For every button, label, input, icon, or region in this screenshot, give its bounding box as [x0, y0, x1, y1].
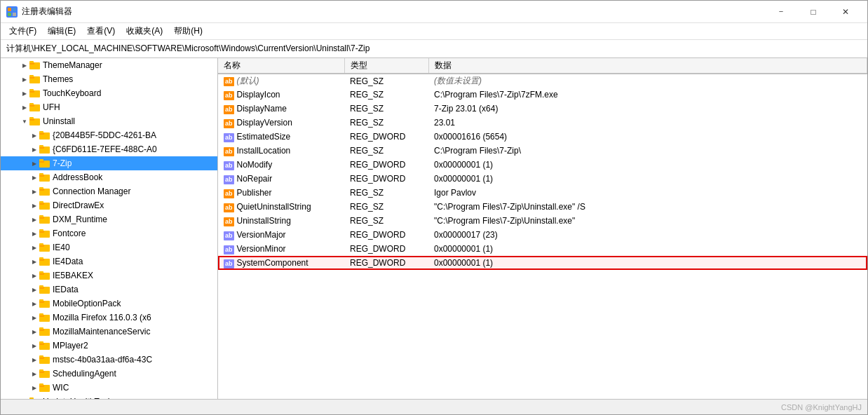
expand-arrow-themes[interactable]: ▶	[20, 75, 29, 83]
table-row[interactable]: abEstimatedSizeREG_DWORD0x00001616 (5654…	[218, 130, 867, 144]
cell-data-1: C:\Program Files\7-Zip\7zFM.exe	[428, 88, 867, 102]
menu-item-f[interactable]: 文件(F)	[4, 24, 42, 39]
col-header-data[interactable]: 数据	[428, 58, 867, 74]
tree-item-schedulingagent[interactable]: ▶ SchedulingAgent	[1, 367, 217, 381]
expand-arrow-dxmruntime[interactable]: ▶	[30, 215, 39, 224]
table-row[interactable]: abVersionMajorREG_DWORD0x00000017 (23)	[218, 228, 867, 242]
cell-data-6: 0x00000001 (1)	[428, 158, 867, 172]
expand-arrow-addressbook[interactable]: ▶	[30, 173, 39, 182]
expand-arrow-ie5bakex[interactable]: ▶	[30, 271, 39, 280]
expand-arrow-ufw[interactable]: ▶	[20, 103, 29, 111]
menu-item-a[interactable]: 收藏夹(A)	[121, 24, 168, 39]
tree-item-ie40[interactable]: ▶ IE40	[1, 240, 217, 254]
col-header-type[interactable]: 类型	[344, 58, 428, 74]
tree-item-addressbook[interactable]: ▶ AddressBook	[1, 170, 217, 184]
expand-arrow-mozillaff[interactable]: ▶	[30, 313, 39, 322]
expand-arrow-schedulingagent[interactable]: ▶	[30, 369, 39, 378]
cell-name-text-13: SystemComponent	[237, 258, 308, 268]
menu-item-e[interactable]: 编辑(E)	[42, 24, 81, 39]
tree-item-7zip[interactable]: ▶ 7-Zip	[1, 156, 217, 170]
address-text: 计算机\HKEY_LOCAL_MACHINE\SOFTWARE\Microsof…	[6, 43, 369, 55]
tree-label-touchkeyboard: TouchKeyboard	[43, 88, 101, 98]
tree-label-directdrawex: DirectDrawEx	[53, 200, 104, 210]
table-row[interactable]: abSystemComponentREG_DWORD0x00000001 (1)	[218, 256, 867, 270]
tree-item-mstsc[interactable]: ▶ mstsc-4b0a31aa-df6a-43C	[1, 353, 217, 367]
tree-item-mozillamaint[interactable]: ▶ MozillaMaintenanceServic	[1, 325, 217, 339]
menu-item-v[interactable]: 查看(V)	[81, 24, 121, 39]
tree-item-mobileoptionpack[interactable]: ▶ MobileOptionPack	[1, 297, 217, 311]
expand-arrow-iedata[interactable]: ▶	[30, 285, 39, 294]
close-button[interactable]: ✕	[829, 1, 862, 23]
tree-item-iedata[interactable]: ▶ IEData	[1, 283, 217, 297]
address-bar: 计算机\HKEY_LOCAL_MACHINE\SOFTWARE\Microsof…	[1, 40, 867, 58]
svg-rect-66	[39, 341, 43, 343]
expand-arrow-fontcore[interactable]: ▶	[30, 229, 39, 238]
expand-arrow-wic[interactable]: ▶	[30, 383, 39, 392]
table-row[interactable]: abDisplayVersionREG_SZ23.01	[218, 116, 867, 130]
tree-item-uninstall[interactable]: ▼ Uninstall	[1, 114, 217, 128]
cell-type-3: REG_SZ	[344, 116, 428, 130]
tree-item-mozillaff[interactable]: ▶ Mozilla Firefox 116.0.3 (x6	[1, 311, 217, 325]
tree-item-ie5bakex[interactable]: ▶ IE5BAKEX	[1, 268, 217, 283]
cell-name-text-11: VersionMajor	[237, 230, 286, 240]
tree-item-guid2[interactable]: ▶ {C6FD611E-7EFE-488C-A0	[1, 142, 217, 156]
expand-arrow-guid2[interactable]: ▶	[30, 145, 39, 154]
expand-arrow-mplayer2[interactable]: ▶	[30, 341, 39, 350]
registry-panel: 名称 类型 数据 ab(默认)REG_SZ(数值未设置)abDisplayIco…	[218, 58, 867, 399]
cell-data-7: 0x00000001 (1)	[428, 172, 867, 186]
svg-rect-6	[29, 61, 34, 63]
tree-item-mplayer2[interactable]: ▶ MPlayer2	[1, 339, 217, 353]
tree-label-mozillamaint: MozillaMaintenanceServic	[53, 327, 150, 336]
tree-item-touchkeyboard[interactable]: ▶ TouchKeyboard	[1, 86, 217, 100]
table-row[interactable]: abPublisherREG_SZIgor Pavlov	[218, 186, 867, 200]
tree-item-dxmruntime[interactable]: ▶ DXM_Runtime	[1, 212, 217, 226]
minimize-button[interactable]: －	[765, 1, 797, 23]
expand-arrow-uninstall[interactable]: ▼	[20, 117, 29, 125]
tree-label-mplayer2: MPlayer2	[53, 341, 88, 351]
table-row[interactable]: abDisplayIconREG_SZC:\Program Files\7-Zi…	[218, 88, 867, 102]
table-row[interactable]: abNoRepairREG_DWORD0x00000001 (1)	[218, 172, 867, 186]
folder-icon-uninstall	[29, 116, 41, 127]
expand-arrow-touchkeyboard[interactable]: ▶	[20, 89, 29, 97]
tree-item-wic[interactable]: ▶ WIC	[1, 381, 217, 395]
tree-item-directdrawex[interactable]: ▶ DirectDrawEx	[1, 198, 217, 212]
expand-arrow-7zip[interactable]: ▶	[30, 159, 39, 168]
expand-arrow-mstsc[interactable]: ▶	[30, 355, 39, 364]
tree-item-connmgr[interactable]: ▶ Connection Manager	[1, 184, 217, 198]
expand-arrow-mozillamaint[interactable]: ▶	[30, 327, 39, 336]
maximize-button[interactable]: □	[797, 1, 829, 23]
expand-arrow-ie40[interactable]: ▶	[30, 243, 39, 252]
table-row[interactable]: abUninstallStringREG_SZ"C:\Program Files…	[218, 214, 867, 228]
cell-name-text-6: NoModify	[237, 160, 273, 170]
tree-item-thememanager[interactable]: ▶ ThemeManager	[1, 58, 217, 72]
tree-label-mstsc: mstsc-4b0a31aa-df6a-43C	[53, 355, 152, 365]
table-row[interactable]: abDisplayNameREG_SZ7-Zip 23.01 (x64)	[218, 102, 867, 116]
tree-item-themes[interactable]: ▶ Themes	[1, 72, 217, 86]
table-row[interactable]: ab(默认)REG_SZ(数值未设置)	[218, 74, 867, 88]
expand-arrow-guid1[interactable]: ▶	[30, 131, 39, 140]
folder-icon-themes	[29, 74, 41, 85]
registry-editor-window: 注册表编辑器 － □ ✕ 文件(F)编辑(E)查看(V)收藏夹(A)帮助(H) …	[0, 0, 868, 415]
col-header-name[interactable]: 名称	[218, 58, 344, 74]
registry-scroll[interactable]: 名称 类型 数据 ab(默认)REG_SZ(数值未设置)abDisplayIco…	[218, 58, 867, 399]
table-row[interactable]: abNoModifyREG_DWORD0x00000001 (1)	[218, 158, 867, 172]
table-row[interactable]: abQuietUninstallStringREG_SZ"C:\Program …	[218, 200, 867, 214]
table-row[interactable]: abInstallLocationREG_SZC:\Program Files\…	[218, 144, 867, 158]
expand-arrow-directdrawex[interactable]: ▶	[30, 201, 39, 210]
watermark: CSDN @KnightYangHJ	[781, 403, 862, 411]
tree-item-ufw[interactable]: ▶ UFH	[1, 100, 217, 114]
cell-type-10: REG_SZ	[344, 214, 428, 228]
expand-arrow-thememanager[interactable]: ▶	[20, 61, 29, 69]
expand-arrow-mobileoptionpack[interactable]: ▶	[30, 299, 39, 308]
table-row[interactable]: abVersionMinorREG_DWORD0x00000001 (1)	[218, 242, 867, 256]
tree-item-guid1[interactable]: ▶ {20B44B5F-5DDC-4261-BA	[1, 128, 217, 142]
expand-arrow-ie4data[interactable]: ▶	[30, 257, 39, 266]
tree-item-fontcore[interactable]: ▶ Fontcore	[1, 226, 217, 240]
tree-item-ie4data[interactable]: ▶ IE4Data	[1, 254, 217, 268]
cell-name-text-5: InstallLocation	[237, 146, 291, 156]
menu-item-h[interactable]: 帮助(H)	[168, 24, 208, 39]
cell-name-text-3: DisplayVersion	[237, 118, 292, 128]
tree-label-themes: Themes	[43, 74, 73, 84]
cell-type-0: REG_SZ	[344, 74, 428, 88]
expand-arrow-connmgr[interactable]: ▶	[30, 187, 39, 196]
